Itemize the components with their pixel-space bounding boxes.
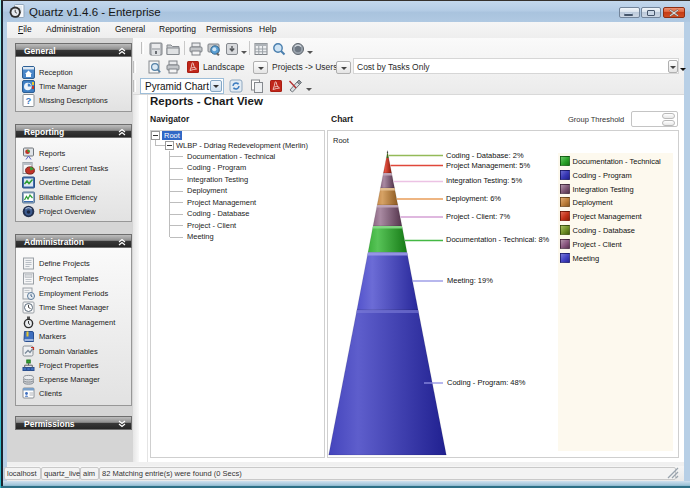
svg-text:?: ?	[26, 95, 32, 106]
